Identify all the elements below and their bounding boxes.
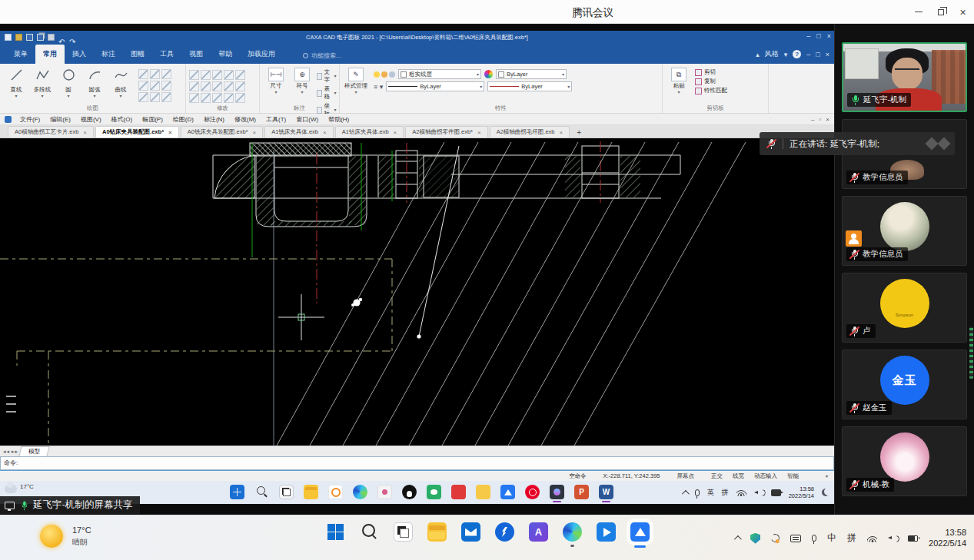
- close-tab-icon[interactable]: ×: [253, 129, 257, 136]
- draw-tool-icon[interactable]: [138, 92, 148, 102]
- taskbar-edge-icon[interactable]: [563, 522, 582, 542]
- tray-vol-icon[interactable]: [888, 535, 897, 542]
- modify-tool-icon[interactable]: [212, 81, 222, 91]
- menu-item[interactable]: 格式(O): [111, 115, 133, 124]
- ribbon-tab[interactable]: 标注: [94, 45, 123, 64]
- shared-taskbar-meeting-icon[interactable]: [500, 485, 515, 499]
- taskbar-ia-icon[interactable]: A: [529, 522, 548, 542]
- dimension-tool[interactable]: ⊕符号▾: [289, 66, 315, 104]
- modify-tool-icon[interactable]: [224, 70, 234, 80]
- tray-kbd-icon[interactable]: [790, 535, 801, 542]
- ribbon-minimize-button[interactable]: –: [806, 51, 810, 58]
- tray-sync-icon[interactable]: [771, 534, 780, 542]
- close-tab-icon[interactable]: ×: [83, 129, 87, 136]
- participant-tile[interactable]: 延飞宇-机制: [842, 42, 967, 112]
- taskbar-meeting-icon[interactable]: [630, 522, 650, 542]
- draw-tool[interactable]: 直线▾: [3, 66, 29, 104]
- taskbar-taskview-icon[interactable]: [394, 522, 413, 542]
- annotate-tool[interactable]: 表格▾: [317, 85, 337, 101]
- draw-tool-icon[interactable]: [161, 92, 171, 102]
- shared-tray-language-indicator[interactable]: 英: [707, 488, 714, 498]
- participant-tile[interactable]: Simpson卢: [842, 273, 967, 343]
- participant-tile[interactable]: 教学信息员: [842, 196, 967, 266]
- status-toggle[interactable]: 智能: [787, 472, 799, 480]
- chevron-up-icon[interactable]: ▴: [756, 51, 760, 58]
- modify-tool-icon[interactable]: [235, 93, 245, 103]
- lineweight-select[interactable]: ByLayer ▾: [487, 81, 572, 91]
- clipboard-tool[interactable]: 复制: [695, 78, 727, 85]
- shared-tray-vol-icon[interactable]: [754, 489, 763, 496]
- doc-close-button[interactable]: ×: [826, 116, 829, 123]
- shared-taskbar-edge-icon[interactable]: [353, 485, 367, 499]
- ribbon-tab[interactable]: 加载应用: [240, 45, 283, 64]
- status-point-mode[interactable]: 屏幕点: [676, 472, 694, 480]
- color-wheel-icon[interactable]: [484, 70, 493, 78]
- modify-tool-icon[interactable]: [235, 81, 245, 91]
- menu-item[interactable]: 视图(V): [81, 115, 101, 124]
- taskbar-mail-icon[interactable]: [461, 522, 480, 542]
- menu-item[interactable]: 幅面(P): [142, 115, 163, 124]
- taskbar-bolt-icon[interactable]: [495, 522, 514, 542]
- tray-batt-icon[interactable]: [908, 535, 918, 542]
- shared-taskbar-start-icon[interactable]: [230, 485, 244, 499]
- close-tab-icon[interactable]: ×: [560, 129, 563, 136]
- shared-taskbar-word-icon[interactable]: W: [599, 485, 613, 499]
- new-tab-button[interactable]: +: [571, 128, 587, 138]
- tab-nav-first-icon[interactable]: ◂◂: [3, 449, 10, 455]
- draw-tool[interactable]: 多段线▾: [29, 66, 55, 104]
- modify-tool-icon[interactable]: [201, 81, 211, 91]
- model-tab[interactable]: 模型: [18, 446, 49, 456]
- shared-taskbar-netease-icon[interactable]: [525, 485, 540, 499]
- menu-item[interactable]: 标注(N): [204, 115, 224, 124]
- annotate-tool[interactable]: 文字▾: [317, 68, 337, 84]
- draw-tool-icon[interactable]: [150, 69, 160, 79]
- modify-tool-icon[interactable]: [235, 70, 245, 80]
- status-toggle[interactable]: 正交: [711, 472, 723, 480]
- linetype-select[interactable]: ByLayer ▾: [386, 81, 484, 91]
- color-select[interactable]: ByLayer ▾: [496, 69, 567, 79]
- tray-clock[interactable]: 13:582022/5/14: [929, 528, 966, 549]
- close-tab-icon[interactable]: ×: [477, 129, 481, 136]
- modify-tool-icon[interactable]: [189, 81, 199, 91]
- draw-tool[interactable]: 圆▾: [55, 66, 81, 104]
- tray-chev-icon[interactable]: [734, 535, 740, 541]
- tray-wifi-icon[interactable]: [867, 535, 877, 542]
- draw-tool[interactable]: 曲线▾: [108, 66, 134, 104]
- shared-tray-night-mode-icon[interactable]: [822, 489, 829, 496]
- menu-item[interactable]: 窗口(W): [296, 115, 318, 124]
- shared-weather-widget[interactable]: 17°C: [5, 483, 34, 493]
- layer-tool-icons[interactable]: [374, 71, 395, 78]
- cad-canvas[interactable]: [0, 138, 834, 446]
- linetype-icon[interactable]: ≡ ▾: [374, 83, 383, 91]
- tab-nav-last-icon[interactable]: ▸▸: [12, 449, 18, 455]
- shared-tray-mic-icon[interactable]: [695, 489, 700, 496]
- document-tab[interactable]: A2横轴曲拐零件图.exb*×: [405, 126, 487, 138]
- ribbon-close-button[interactable]: ×: [826, 51, 829, 58]
- draw-tool-icon[interactable]: [138, 69, 148, 79]
- ribbon-tab[interactable]: 视图: [181, 45, 211, 64]
- shared-taskbar-qq-icon[interactable]: [402, 485, 417, 499]
- modify-tool-icon[interactable]: [189, 93, 199, 103]
- draw-tool-icon[interactable]: [150, 81, 160, 91]
- status-toggle[interactable]: 动态输入: [754, 472, 777, 480]
- layer-select[interactable]: 粗实线层 ▾: [398, 69, 481, 79]
- help-button[interactable]: ?: [793, 50, 801, 58]
- menu-item[interactable]: 编辑(E): [50, 115, 71, 124]
- shared-tray-wifi-icon[interactable]: [736, 489, 746, 496]
- taskbar-start-icon[interactable]: [326, 522, 345, 542]
- shared-tray-chev-icon[interactable]: [682, 490, 687, 495]
- close-tab-icon[interactable]: ×: [168, 129, 172, 136]
- shared-taskbar-taskview-icon[interactable]: [279, 485, 294, 499]
- chevron-down-icon[interactable]: ▾: [826, 473, 828, 479]
- taskbar-arrow-icon[interactable]: [597, 522, 616, 542]
- ribbon-tab[interactable]: 常用: [35, 45, 65, 64]
- chevron-down-icon[interactable]: ▾: [784, 51, 788, 58]
- cad-drawing[interactable]: [0, 138, 834, 446]
- tray-shield-icon[interactable]: [750, 533, 760, 544]
- modify-tool-icon[interactable]: [224, 93, 234, 103]
- minimize-button[interactable]: [907, 0, 929, 24]
- participant-tile[interactable]: 金玉赵金玉: [842, 350, 967, 419]
- ribbon-tab[interactable]: 插入: [65, 45, 94, 64]
- draw-tool-icon[interactable]: [161, 81, 171, 91]
- shared-tray-language-indicator[interactable]: 拼: [722, 488, 729, 498]
